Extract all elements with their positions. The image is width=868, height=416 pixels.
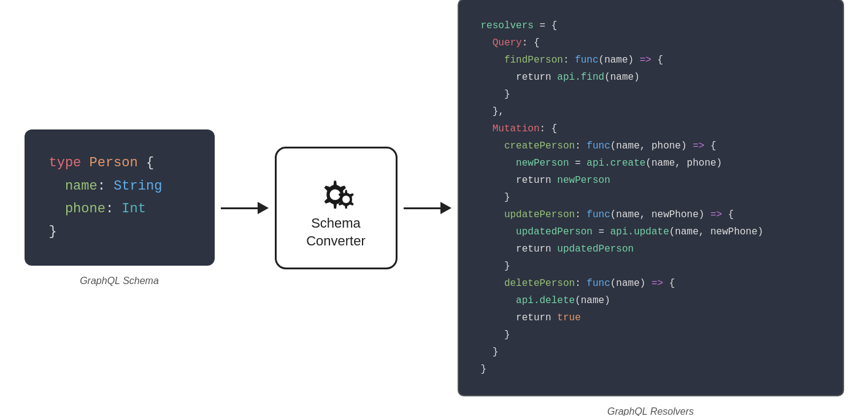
schema-panel: type Person { name: String phone: Int } …: [25, 129, 215, 287]
arrow-head-2: [440, 202, 451, 214]
svg-point-1: [342, 196, 350, 203]
resolvers-box: resolvers = { Query: { findPerson: func(…: [458, 0, 844, 396]
gears-icon: [309, 166, 364, 209]
schema-caption: GraphQL Schema: [80, 275, 159, 287]
arrow-shaft-2: [404, 207, 440, 209]
resolvers-panel: resolvers = { Query: { findPerson: func(…: [458, 0, 844, 416]
converter-label: SchemaConverter: [306, 215, 366, 250]
schema-box: type Person { name: String phone: Int }: [25, 129, 215, 266]
converter-panel: SchemaConverter: [275, 147, 398, 269]
diagram-container: type Person { name: String phone: Int } …: [0, 0, 868, 416]
arrow-line-2: [404, 202, 451, 214]
converter-box: SchemaConverter: [275, 147, 398, 269]
resolvers-code: resolvers = { Query: { findPerson: func(…: [481, 17, 764, 378]
right-arrow: [398, 202, 458, 214]
arrow-line-1: [221, 202, 269, 214]
left-arrow: [215, 202, 275, 214]
resolvers-caption: GraphQL Resolvers: [607, 406, 694, 416]
arrow-shaft-1: [221, 207, 258, 209]
arrow-head-1: [258, 202, 269, 214]
schema-code: type Person { name: String phone: Int }: [49, 152, 163, 244]
